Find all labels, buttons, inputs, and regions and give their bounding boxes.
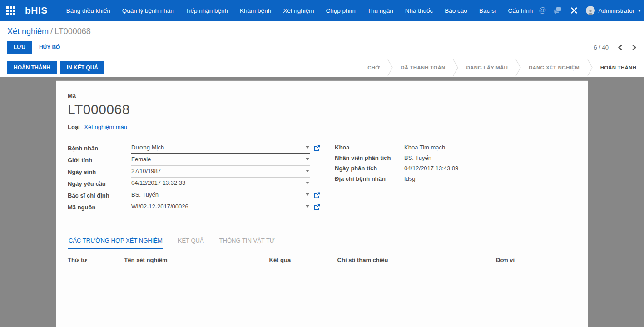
menu-dashboard[interactable]: Bảng điều khiển bbox=[60, 0, 116, 21]
top-navbar: bHIS Bảng điều khiển Quản lý bệnh nhân T… bbox=[0, 0, 644, 21]
external-link-icon[interactable] bbox=[314, 204, 320, 210]
brand-logo[interactable]: bHIS bbox=[25, 5, 48, 16]
status-step-hoan-thanh[interactable]: HOÀN THÀNH bbox=[593, 65, 644, 70]
navbar-right: @ Administrator bbox=[539, 6, 641, 15]
ordering-doctor-label: Bác sĩ chỉ định bbox=[68, 192, 131, 199]
status-step-cho[interactable]: CHỜ bbox=[360, 65, 387, 70]
dropdown-caret-icon[interactable] bbox=[306, 205, 309, 208]
statusbar: CHỜ ĐÃ THANH TOÁN ĐANG LẤY MẪU ĐANG XÉT … bbox=[360, 58, 644, 77]
debug-tools-icon[interactable] bbox=[570, 7, 578, 14]
department-label: Khoa bbox=[335, 144, 404, 151]
patient-address-value: fdsg bbox=[404, 175, 416, 182]
analysis-date-label: Ngày phân tích bbox=[335, 165, 404, 172]
source-code-value[interactable]: WI/02-12-2017/00026 bbox=[131, 203, 306, 210]
patient-address-label: Địa chỉ bệnh nhân bbox=[335, 175, 404, 182]
analyst-value-link[interactable]: BS. Tuyến bbox=[404, 154, 431, 161]
status-step-dang-xet-nghiem[interactable]: ĐANG XÉT NGHIỆM bbox=[521, 65, 587, 70]
column-unit[interactable]: Đơn vị bbox=[496, 257, 576, 263]
menu-cashier[interactable]: Thu ngân bbox=[362, 0, 399, 21]
main-menu: Bảng điều khiển Quản lý bệnh nhân Tiếp n… bbox=[60, 0, 539, 21]
birthdate-label: Ngày sinh bbox=[68, 168, 131, 175]
column-sequence[interactable]: Thứ tự bbox=[68, 257, 124, 263]
tab-material-info[interactable]: THÔNG TIN VẬT TƯ bbox=[218, 233, 276, 249]
column-result[interactable]: Kết quả bbox=[269, 257, 337, 263]
patient-value[interactable]: Dương Mịch bbox=[131, 144, 306, 151]
menu-doctors[interactable]: Bác sĩ bbox=[473, 0, 502, 21]
gender-value[interactable]: Female bbox=[131, 156, 306, 163]
user-avatar-icon bbox=[586, 6, 595, 15]
column-reference-index[interactable]: Chỉ số tham chiếu bbox=[337, 257, 496, 263]
action-buttons-row: HOÀN THÀNH IN KẾT QUẢ CHỜ ĐÃ THANH TOÁN … bbox=[0, 58, 644, 77]
status-step-da-thanh-toan[interactable]: ĐÃ THANH TOÁN bbox=[393, 65, 453, 70]
pager-previous-icon[interactable] bbox=[618, 45, 623, 50]
dropdown-caret-icon[interactable] bbox=[306, 182, 309, 184]
patient-input[interactable]: Dương Mịch bbox=[131, 142, 310, 154]
type-label: Loại bbox=[68, 124, 80, 130]
status-step-dang-lay-mau[interactable]: ĐANG LẤY MẪU bbox=[458, 65, 515, 70]
content-area: Mã LT000068 Loại Xét nghiệm máu Bệnh nhâ… bbox=[0, 77, 644, 327]
type-value-link[interactable]: Xét nghiệm máu bbox=[84, 124, 127, 130]
code-label: Mã bbox=[68, 92, 576, 99]
form-sheet: Mã LT000068 Loại Xét nghiệm máu Bệnh nhâ… bbox=[56, 80, 588, 327]
notebook-tabs: CÁC TRƯỜNG HỢP XÉT NGHIỆM KẾT QUẢ THÔNG … bbox=[68, 233, 576, 249]
record-code: LT000068 bbox=[68, 102, 576, 117]
edit-buttons-row: LƯU HỦY BỎ 6 / 40 bbox=[0, 37, 644, 58]
menu-reports[interactable]: Báo cáo bbox=[439, 0, 473, 21]
field-source-code: Mã nguồn WI/02-12-2017/00026 bbox=[68, 201, 320, 213]
field-birthdate: Ngày sinh 27/10/1987 bbox=[68, 166, 320, 178]
menu-examination[interactable]: Khám bệnh bbox=[234, 0, 277, 21]
save-button[interactable]: LƯU bbox=[7, 41, 32, 54]
source-code-input[interactable]: WI/02-12-2017/00026 bbox=[131, 201, 310, 213]
external-link-icon[interactable] bbox=[314, 192, 320, 198]
tab-test-cases[interactable]: CÁC TRƯỜNG HỢP XÉT NGHIỆM bbox=[68, 233, 163, 249]
field-group-left: Bệnh nhân Dương Mịch Giới tính Female bbox=[68, 142, 320, 213]
pager-value: 6 / 40 bbox=[594, 44, 609, 51]
request-date-value[interactable]: 04/12/2017 13:32:33 bbox=[131, 179, 306, 186]
analyst-label: Nhân viên phân tích bbox=[335, 154, 404, 161]
ordering-doctor-value[interactable]: BS. Tuyến bbox=[131, 191, 306, 198]
department-value-link[interactable]: Khoa Tim mạch bbox=[404, 144, 445, 151]
user-name: Administrator bbox=[598, 7, 634, 14]
complete-button[interactable]: HOÀN THÀNH bbox=[7, 61, 57, 74]
menu-settings[interactable]: Cấu hình bbox=[502, 0, 539, 21]
request-date-input[interactable]: 04/12/2017 13:32:33 bbox=[131, 178, 310, 189]
external-link-icon[interactable] bbox=[314, 145, 320, 151]
user-menu[interactable]: Administrator bbox=[586, 6, 641, 15]
dropdown-caret-icon[interactable] bbox=[306, 158, 309, 160]
menu-admission[interactable]: Tiếp nhận bệnh bbox=[180, 0, 234, 21]
dropdown-caret-icon[interactable] bbox=[306, 193, 309, 196]
breadcrumb-parent[interactable]: Xét nghiệm bbox=[7, 27, 49, 36]
status-chevron-icon bbox=[387, 58, 393, 77]
table-header-row: Thứ tự Tên xét nghiệm Kết quả Chỉ số tha… bbox=[68, 257, 576, 268]
status-chevron-icon bbox=[587, 58, 593, 77]
gender-select[interactable]: Female bbox=[131, 154, 310, 166]
birthdate-input[interactable]: 27/10/1987 bbox=[131, 166, 310, 178]
field-patient: Bệnh nhân Dương Mịch bbox=[68, 142, 320, 154]
field-ordering-doctor: Bác sĩ chỉ định BS. Tuyến bbox=[68, 189, 320, 201]
ordering-doctor-input[interactable]: BS. Tuyến bbox=[131, 189, 310, 201]
patient-label: Bệnh nhân bbox=[68, 145, 131, 152]
mention-icon[interactable]: @ bbox=[539, 6, 546, 15]
dropdown-caret-icon[interactable] bbox=[306, 146, 309, 149]
status-chevron-icon bbox=[515, 58, 521, 77]
menu-patient-management[interactable]: Quản lý bệnh nhân bbox=[116, 0, 180, 21]
field-patient-address: Địa chỉ bệnh nhân fdsg bbox=[335, 173, 458, 184]
menu-imaging[interactable]: Chụp phim bbox=[320, 0, 361, 21]
control-panel: Xét nghiệm/LT000068 LƯU HỦY BỎ 6 / 40 HO… bbox=[0, 21, 644, 77]
menu-lab-test[interactable]: Xét nghiệm bbox=[277, 0, 320, 21]
pager-next-icon[interactable] bbox=[632, 45, 637, 50]
discard-button[interactable]: HỦY BỎ bbox=[39, 44, 60, 50]
print-result-button[interactable]: IN KẾT QUẢ bbox=[60, 61, 104, 74]
test-cases-table: Thứ tự Tên xét nghiệm Kết quả Chỉ số tha… bbox=[68, 257, 576, 268]
tab-results[interactable]: KẾT QUẢ bbox=[177, 233, 205, 249]
menu-pharmacy[interactable]: Nhà thuốc bbox=[399, 0, 439, 21]
source-code-label: Mã nguồn bbox=[68, 204, 131, 211]
column-test-name[interactable]: Tên xét nghiệm bbox=[124, 257, 269, 263]
messages-icon[interactable] bbox=[554, 7, 562, 14]
field-analyst: Nhân viên phân tích BS. Tuyến bbox=[335, 153, 458, 163]
birthdate-value[interactable]: 27/10/1987 bbox=[131, 168, 306, 174]
field-group-right: Khoa Khoa Tim mạch Nhân viên phân tích B… bbox=[335, 142, 458, 213]
dropdown-caret-icon[interactable] bbox=[306, 170, 309, 172]
pager: 6 / 40 bbox=[594, 44, 637, 51]
apps-grid-icon[interactable] bbox=[6, 6, 15, 15]
